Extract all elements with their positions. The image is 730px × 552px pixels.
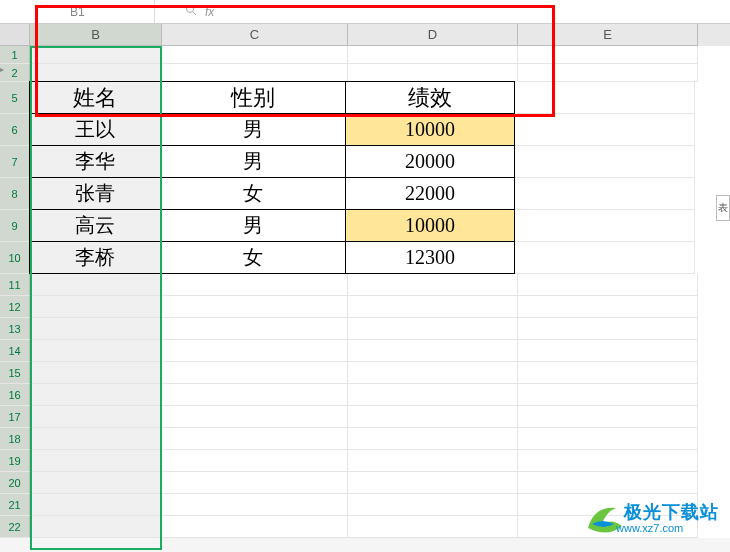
cell[interactable]: [30, 64, 162, 82]
cell[interactable]: [30, 472, 162, 494]
cell[interactable]: [518, 406, 698, 428]
cell[interactable]: [518, 64, 698, 82]
cell[interactable]: [162, 516, 348, 538]
cell-score[interactable]: 20000: [345, 145, 515, 178]
cell[interactable]: [162, 428, 348, 450]
row-header[interactable]: 16: [0, 384, 30, 406]
cell[interactable]: [518, 494, 698, 516]
fx-area[interactable]: fx: [155, 4, 214, 19]
cell[interactable]: [348, 64, 518, 82]
table-header-name[interactable]: 姓名: [29, 81, 161, 114]
row-header[interactable]: 13: [0, 318, 30, 340]
row-header[interactable]: 15: [0, 362, 30, 384]
cell[interactable]: [30, 450, 162, 472]
cell[interactable]: [348, 494, 518, 516]
cell[interactable]: [518, 296, 698, 318]
cell[interactable]: [162, 472, 348, 494]
cell[interactable]: [348, 516, 518, 538]
cell[interactable]: [30, 406, 162, 428]
row-header[interactable]: 1: [0, 46, 30, 64]
cell[interactable]: [518, 362, 698, 384]
cell[interactable]: [348, 384, 518, 406]
cell[interactable]: [348, 340, 518, 362]
cell[interactable]: [162, 340, 348, 362]
cell[interactable]: [30, 340, 162, 362]
cell-gender[interactable]: 女: [160, 241, 346, 274]
cell[interactable]: [348, 450, 518, 472]
cell[interactable]: [30, 362, 162, 384]
cell[interactable]: [30, 274, 162, 296]
column-header-e[interactable]: E: [518, 24, 698, 46]
table-header-gender[interactable]: 性别: [160, 81, 346, 114]
cell[interactable]: [348, 46, 518, 64]
row-header[interactable]: 21: [0, 494, 30, 516]
row-header[interactable]: 18: [0, 428, 30, 450]
cell[interactable]: [518, 516, 698, 538]
side-panel-toggle[interactable]: 表: [716, 195, 730, 221]
cell[interactable]: [162, 384, 348, 406]
cell[interactable]: [30, 384, 162, 406]
cell-gender[interactable]: 女: [160, 177, 346, 210]
column-header-d[interactable]: D: [348, 24, 518, 46]
cell-name[interactable]: 李华: [29, 145, 161, 178]
column-header-c[interactable]: C: [162, 24, 348, 46]
cell-score[interactable]: 22000: [345, 177, 515, 210]
cell[interactable]: [162, 46, 348, 64]
cell[interactable]: [162, 450, 348, 472]
group-marker-icon[interactable]: ▸: [0, 65, 8, 73]
cell[interactable]: [162, 274, 348, 296]
cell[interactable]: [348, 318, 518, 340]
cell-name[interactable]: 张青: [29, 177, 161, 210]
cell[interactable]: [518, 384, 698, 406]
cell[interactable]: [515, 242, 695, 274]
cell-score[interactable]: 10000: [345, 209, 515, 242]
cell[interactable]: [162, 318, 348, 340]
row-header[interactable]: 14: [0, 340, 30, 362]
cell[interactable]: [515, 210, 695, 242]
table-header-score[interactable]: 绩效: [345, 81, 515, 114]
cell[interactable]: [515, 146, 695, 178]
cell[interactable]: [515, 82, 695, 114]
name-box[interactable]: B1: [0, 0, 155, 23]
cell[interactable]: [518, 472, 698, 494]
cell[interactable]: [518, 318, 698, 340]
cell[interactable]: [30, 46, 162, 64]
row-header[interactable]: 10: [0, 242, 30, 274]
row-header[interactable]: 19: [0, 450, 30, 472]
cell[interactable]: [30, 318, 162, 340]
cell[interactable]: [518, 450, 698, 472]
row-header[interactable]: 11: [0, 274, 30, 296]
row-header[interactable]: 6: [0, 114, 30, 146]
cell[interactable]: [518, 274, 698, 296]
cell-name[interactable]: 高云: [29, 209, 161, 242]
cell-gender[interactable]: 男: [160, 145, 346, 178]
cell[interactable]: [348, 428, 518, 450]
row-header[interactable]: 22: [0, 516, 30, 538]
row-header[interactable]: 17: [0, 406, 30, 428]
cell[interactable]: [518, 428, 698, 450]
cell[interactable]: [348, 406, 518, 428]
cell[interactable]: [515, 178, 695, 210]
row-header[interactable]: 7: [0, 146, 30, 178]
cell[interactable]: [162, 296, 348, 318]
cell[interactable]: [348, 296, 518, 318]
row-header[interactable]: 9: [0, 210, 30, 242]
cell[interactable]: [162, 406, 348, 428]
cell-gender[interactable]: 男: [160, 209, 346, 242]
cell[interactable]: [162, 64, 348, 82]
row-header[interactable]: 5: [0, 82, 30, 114]
cell[interactable]: [348, 472, 518, 494]
cell[interactable]: [348, 362, 518, 384]
cell[interactable]: [518, 46, 698, 64]
cell[interactable]: [30, 516, 162, 538]
cell[interactable]: [30, 494, 162, 516]
select-all-corner[interactable]: [0, 24, 30, 46]
row-header[interactable]: 12: [0, 296, 30, 318]
cell[interactable]: [515, 114, 695, 146]
cell[interactable]: [30, 296, 162, 318]
cell-name[interactable]: 李桥: [29, 241, 161, 274]
cell-score[interactable]: 10000: [345, 113, 515, 146]
row-header[interactable]: 8: [0, 178, 30, 210]
cell[interactable]: [518, 340, 698, 362]
cell[interactable]: [162, 362, 348, 384]
